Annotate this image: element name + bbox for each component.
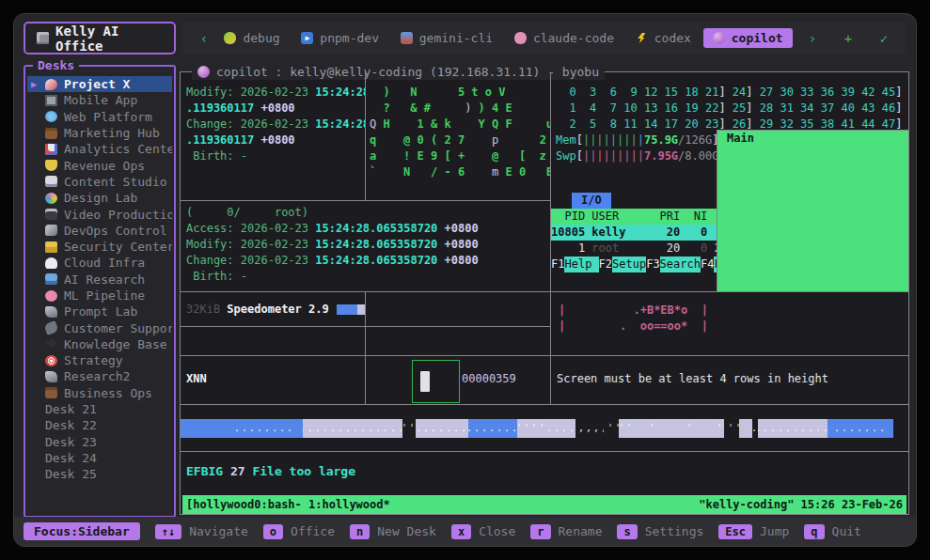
htop-tab-io[interactable]: I/O bbox=[572, 193, 611, 209]
fkey-help[interactable]: F1Help bbox=[551, 257, 599, 272]
sidebar-item-research2[interactable]: Research2 bbox=[27, 368, 172, 384]
hint-quit[interactable]: qQuit bbox=[804, 524, 861, 539]
sidebar-item-desk-24[interactable]: Desk 24 bbox=[27, 450, 172, 466]
tab-claude-code[interactable]: claude-code bbox=[505, 28, 623, 48]
office-building-icon bbox=[37, 32, 49, 44]
hint-new-desk[interactable]: nNew Desk bbox=[350, 524, 436, 539]
sidebar-item-devops-control[interactable]: DevOps Control bbox=[27, 223, 172, 239]
desk-label: Web Platform bbox=[64, 110, 152, 124]
hint-navigate[interactable]: ↑↓Navigate bbox=[155, 524, 248, 539]
desk-label: Desk 24 bbox=[45, 451, 97, 465]
selection-arrow-icon: ▶ bbox=[31, 79, 45, 89]
sidebar-item-project-x[interactable]: ▶Project X bbox=[27, 76, 172, 92]
hint-label: Rename bbox=[559, 524, 603, 538]
sidebar-item-prompt-lab[interactable]: Prompt Lab bbox=[27, 303, 172, 319]
sidebar-item-cloud-infra[interactable]: Cloud Infra bbox=[27, 255, 172, 271]
memo-icon bbox=[45, 176, 57, 187]
bar-strip-pane: ..........................''............… bbox=[181, 405, 908, 452]
sidebar-item-desk-25[interactable]: Desk 25 bbox=[27, 466, 172, 482]
desk-label: DevOps Control bbox=[64, 224, 167, 238]
sidebar-item-video-production[interactable]: Video Production bbox=[27, 206, 172, 222]
desk-label: Strategy bbox=[64, 353, 123, 367]
desk-label: Security Center bbox=[64, 240, 172, 254]
empty-pane bbox=[366, 292, 551, 327]
progress-segment: ........ bbox=[181, 419, 303, 438]
speedometer-bar bbox=[337, 304, 366, 315]
sidebar-item-business-ops[interactable]: Business Ops bbox=[27, 385, 172, 401]
xnn-pane: XNN bbox=[181, 356, 366, 405]
desk-label: Desk 22 bbox=[45, 418, 97, 432]
key-badge: r bbox=[530, 524, 550, 539]
terminal-pane[interactable]: copilot : kelly@kelly-coding (192.168.31… bbox=[180, 71, 909, 515]
empty-pane bbox=[181, 327, 366, 356]
stat-output-bottom: ( 0/ root)Access: 2026-02-23 15:24:28.06… bbox=[181, 201, 551, 292]
sidebar-item-desk-21[interactable]: Desk 21 bbox=[27, 401, 172, 417]
tmux-host-clock: "kelly-coding" 15:26 23-Feb-26 bbox=[699, 497, 903, 513]
desk-label: Revenue Ops bbox=[64, 159, 145, 173]
sidebar-item-design-lab[interactable]: Design Lab bbox=[27, 190, 172, 206]
hint-label: Settings bbox=[645, 524, 704, 538]
key-badge: o bbox=[263, 524, 283, 539]
tab-codex[interactable]: codex bbox=[626, 28, 701, 48]
htop-pane: 0 3 6 9 12 15 18 21] 24] 27 30 33 36 39 … bbox=[551, 72, 908, 292]
desk-list: ▶Project XMobile AppWeb PlatformMarketin… bbox=[27, 76, 172, 514]
fkey-setup[interactable]: F2Setup bbox=[599, 257, 647, 272]
scroll-right-icon[interactable]: › bbox=[803, 31, 822, 46]
tab-strip: ‹ debug▶pnpm-devgemini-cliclaude-codecod… bbox=[181, 22, 906, 54]
sidebar-item-desk-22[interactable]: Desk 22 bbox=[27, 417, 172, 433]
sidebar-item-knowledge-base[interactable]: Knowledge Base bbox=[27, 336, 172, 352]
sidebar-item-revenue-ops[interactable]: Revenue Ops bbox=[27, 157, 172, 173]
sidebar-item-mobile-app[interactable]: Mobile App bbox=[27, 92, 172, 108]
focus-box bbox=[412, 360, 460, 403]
hint-office[interactable]: oOffice bbox=[263, 524, 335, 539]
cursor-box-pane: 00000359 bbox=[366, 356, 551, 405]
scroll-left-icon[interactable]: ‹ bbox=[195, 31, 213, 46]
tab-gemini-cli[interactable]: gemini-cli bbox=[391, 28, 502, 48]
speedometer-pane: 32KiB Speedometer 2.9 bbox=[181, 292, 366, 327]
hint-settings[interactable]: sSettings bbox=[617, 524, 703, 539]
screen-message-pane: Screen must be at least 4 rows in height bbox=[551, 356, 908, 405]
hint-label: New Desk bbox=[377, 524, 436, 538]
sidebar-item-analytics-center[interactable]: Analytics Center bbox=[27, 141, 172, 157]
sidebar-item-web-platform[interactable]: Web Platform bbox=[27, 109, 172, 125]
sidebar-title: Desks bbox=[33, 58, 79, 72]
progress-segment bbox=[739, 419, 752, 438]
rocket-icon bbox=[45, 79, 57, 90]
sidebar-item-marketing-hub[interactable]: Marketing Hub bbox=[27, 125, 172, 141]
tab-pnpm-dev[interactable]: ▶pnpm-dev bbox=[292, 28, 388, 48]
sidebar-item-desk-23[interactable]: Desk 23 bbox=[27, 434, 172, 450]
add-tab-icon[interactable]: + bbox=[839, 31, 858, 46]
hint-close[interactable]: xClose bbox=[451, 524, 515, 539]
desk-label: Business Ops bbox=[64, 386, 152, 400]
bar-chart-icon bbox=[45, 144, 57, 155]
screen-message: Screen must be at least 4 rows in height bbox=[551, 371, 908, 387]
desk-label: Desk 25 bbox=[45, 467, 97, 481]
app-title-box: Kelly AI Office bbox=[24, 22, 176, 54]
crystal-icon bbox=[713, 32, 725, 44]
hint-jump[interactable]: EscJump bbox=[718, 524, 789, 539]
sidebar-item-customer-support[interactable]: Customer Support bbox=[27, 319, 172, 335]
hint-rename[interactable]: rRename bbox=[530, 524, 602, 539]
tab-copilot[interactable]: copilot bbox=[703, 28, 793, 48]
progress-segment: .................. bbox=[303, 419, 402, 438]
sidebar-item-content-studio[interactable]: Content Studio bbox=[27, 174, 172, 190]
desk-label: Prompt Lab bbox=[64, 304, 137, 319]
htop-tab-main[interactable]: Main bbox=[717, 130, 908, 292]
sidebar-item-ai-research[interactable]: AI Research bbox=[27, 272, 172, 288]
desk-label: Desk 21 bbox=[45, 402, 97, 416]
progress-segment: ''''.... bbox=[517, 419, 575, 438]
hint-label: Jump bbox=[760, 524, 789, 538]
tab-debug[interactable]: debug bbox=[214, 28, 289, 48]
app-title: Kelly AI Office bbox=[55, 23, 174, 54]
sidebar-item-security-center[interactable]: Security Center bbox=[27, 239, 172, 255]
mobile-icon bbox=[45, 95, 57, 106]
clapper-icon bbox=[45, 209, 57, 220]
confirm-icon[interactable]: ✓ bbox=[875, 31, 893, 46]
sidebar-item-strategy[interactable]: Strategy bbox=[27, 352, 172, 368]
hint-label: Quit bbox=[832, 524, 861, 538]
desks-sidebar: Desks ▶Project XMobile AppWeb PlatformMa… bbox=[24, 65, 176, 518]
hint-label: Navigate bbox=[189, 524, 248, 538]
fkey-search[interactable]: F3Search bbox=[646, 257, 701, 272]
sidebar-item-ml-pipeline[interactable]: ML Pipeline bbox=[27, 288, 172, 303]
desk-label: Knowledge Base bbox=[64, 337, 167, 351]
